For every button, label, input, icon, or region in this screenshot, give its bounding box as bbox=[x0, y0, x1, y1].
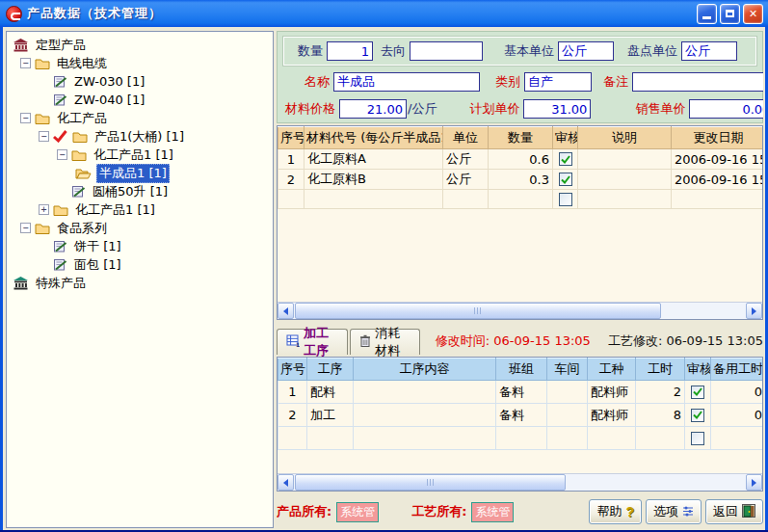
sale-price-input[interactable] bbox=[689, 99, 763, 119]
collapse-icon[interactable]: − bbox=[20, 58, 31, 68]
process-empty-row[interactable] bbox=[278, 427, 764, 450]
tree-item-zw040[interactable]: ZW-040 [1] bbox=[9, 91, 271, 109]
scroll-left-button[interactable] bbox=[278, 474, 294, 491]
minimize-icon bbox=[702, 16, 711, 19]
cell-hours[interactable]: 2 bbox=[636, 381, 685, 404]
cell-qty[interactable]: 0.3 bbox=[489, 170, 553, 190]
materials-empty-row[interactable] bbox=[278, 190, 764, 209]
destination-input[interactable] bbox=[410, 41, 483, 61]
process-hscrollbar[interactable] bbox=[278, 473, 762, 491]
cell-qty[interactable]: 0.6 bbox=[489, 149, 553, 170]
cell-unit[interactable]: 公斤 bbox=[443, 149, 489, 170]
close-button[interactable]: ✕ bbox=[743, 4, 763, 24]
scroll-thumb[interactable] bbox=[295, 474, 566, 491]
collapse-icon[interactable]: − bbox=[20, 113, 31, 123]
process-grid: 序号 工序 工序内容 班组 车间 工种 工时 审核 备用工时 1 配料 bbox=[277, 357, 763, 492]
process-row[interactable]: 1 配料 备料 配料师 2 0 bbox=[278, 381, 764, 404]
checkbox-checked[interactable] bbox=[691, 409, 704, 422]
cell-code[interactable]: 化工原料B bbox=[305, 170, 443, 190]
cell-note[interactable] bbox=[578, 170, 672, 190]
cell-note[interactable] bbox=[578, 149, 672, 170]
cell-audit[interactable] bbox=[553, 149, 578, 170]
tree-item-huagong1a[interactable]: − 化工产品1 [1] bbox=[9, 146, 271, 164]
cell-date[interactable]: 2006-09-16 15:5 bbox=[672, 170, 764, 190]
cell-audit[interactable] bbox=[553, 190, 578, 209]
tree-item-huagong1b[interactable]: + 化工产品1 [1] bbox=[9, 200, 271, 219]
material-price-input[interactable] bbox=[339, 99, 407, 119]
tree-item-mianbao[interactable]: 面包 [1] bbox=[9, 255, 271, 274]
materials-row[interactable]: 1 化工原料A 公斤 0.6 2006-09-16 15:5 bbox=[278, 149, 764, 170]
bank-green-icon bbox=[13, 276, 29, 290]
scroll-track[interactable] bbox=[294, 474, 746, 491]
minimize-button[interactable] bbox=[697, 4, 717, 24]
collapse-icon[interactable]: − bbox=[57, 149, 67, 160]
cell-audit[interactable] bbox=[553, 170, 578, 190]
collapse-icon[interactable]: − bbox=[20, 223, 31, 233]
plan-price-input[interactable] bbox=[523, 99, 591, 119]
cell-team[interactable]: 备料 bbox=[496, 404, 547, 427]
tab-process[interactable]: 1 加工工序 bbox=[277, 329, 348, 355]
tree-label-selected: 半成品1 [1] bbox=[96, 164, 170, 183]
checkbox-checked[interactable] bbox=[559, 152, 572, 166]
tree-item-shipin[interactable]: − 食品系列 bbox=[9, 219, 271, 237]
tree-item-dingxing[interactable]: 定型产品 bbox=[9, 36, 271, 54]
stock-unit-input[interactable] bbox=[681, 41, 737, 61]
tree-item-dianxian[interactable]: − 电线电缆 bbox=[9, 54, 271, 72]
options-button[interactable]: 选项 bbox=[646, 499, 702, 524]
cell-seq[interactable]: 1 bbox=[278, 381, 307, 404]
tree-item-yuantong[interactable]: 圆桶50升 [1] bbox=[9, 182, 271, 200]
quantity-input[interactable] bbox=[327, 41, 373, 61]
process-row[interactable]: 2 加工 备料 配料师 8 0 bbox=[278, 404, 764, 427]
cell-unit[interactable]: 公斤 bbox=[443, 170, 489, 190]
remark-input[interactable] bbox=[632, 72, 763, 92]
materials-hscrollbar[interactable] bbox=[278, 302, 762, 319]
checkbox-unchecked[interactable] bbox=[559, 193, 572, 206]
return-button[interactable]: 返回 bbox=[705, 499, 763, 524]
cell-date[interactable]: 2006-09-16 15:5 bbox=[672, 149, 764, 170]
scroll-right-button[interactable] bbox=[746, 303, 762, 319]
materials-row[interactable]: 2 化工原料B 公斤 0.3 2006-09-16 15:5 bbox=[278, 170, 764, 190]
cell-code[interactable]: 化工原料A bbox=[305, 149, 443, 170]
collapse-icon[interactable]: − bbox=[39, 131, 49, 142]
tree-item-huagong[interactable]: − 化工产品 bbox=[9, 109, 271, 127]
cell-seq[interactable]: 1 bbox=[278, 149, 305, 170]
tree-item-bancheng[interactable]: 半成品1 [1] bbox=[9, 164, 271, 182]
cell-backup[interactable]: 0 bbox=[711, 404, 764, 427]
cell-worktype[interactable]: 配料师 bbox=[588, 404, 636, 427]
tree-item-binggan[interactable]: 饼干 [1] bbox=[9, 237, 271, 255]
tree-item-teshu[interactable]: 特殊产品 bbox=[9, 274, 271, 292]
cell-audit[interactable] bbox=[685, 381, 711, 404]
scroll-track[interactable] bbox=[294, 303, 746, 319]
tree-item-zw030[interactable]: ZW-030 [1] bbox=[9, 72, 271, 91]
help-button[interactable]: 帮助 ? bbox=[589, 499, 642, 524]
cell-workshop[interactable] bbox=[547, 381, 588, 404]
tab-materials[interactable]: 消耗材料 bbox=[350, 329, 420, 355]
scroll-left-button[interactable] bbox=[278, 303, 294, 319]
scroll-thumb[interactable] bbox=[295, 303, 661, 319]
cell-audit[interactable] bbox=[685, 404, 711, 427]
checkbox-checked[interactable] bbox=[691, 386, 704, 399]
folder-open-icon bbox=[75, 167, 92, 179]
checkbox-unchecked[interactable] bbox=[691, 432, 704, 445]
tree-item-chanpin1[interactable]: − 产品1(大桶) [1] bbox=[9, 127, 271, 146]
category-input[interactable] bbox=[524, 72, 592, 92]
cell-team[interactable]: 备料 bbox=[496, 381, 547, 404]
cell-worktype[interactable]: 配料师 bbox=[588, 381, 636, 404]
name-input[interactable] bbox=[333, 72, 480, 92]
cell-content[interactable] bbox=[354, 381, 496, 404]
base-unit-input[interactable] bbox=[558, 41, 614, 61]
checkbox-checked[interactable] bbox=[559, 173, 572, 186]
cell-seq[interactable]: 2 bbox=[278, 404, 307, 427]
cell-workshop[interactable] bbox=[547, 404, 588, 427]
app-icon bbox=[6, 6, 22, 22]
cell-process[interactable]: 加工 bbox=[307, 404, 354, 427]
expand-icon[interactable]: + bbox=[39, 204, 49, 215]
cell-process[interactable]: 配料 bbox=[307, 381, 354, 404]
cell-backup[interactable]: 0 bbox=[711, 381, 764, 404]
cell-seq[interactable]: 2 bbox=[278, 170, 305, 190]
scroll-right-button[interactable] bbox=[746, 474, 762, 491]
cell-content[interactable] bbox=[354, 404, 496, 427]
maximize-button[interactable] bbox=[720, 4, 740, 24]
cell-hours[interactable]: 8 bbox=[636, 404, 685, 427]
cell-audit[interactable] bbox=[685, 427, 711, 450]
